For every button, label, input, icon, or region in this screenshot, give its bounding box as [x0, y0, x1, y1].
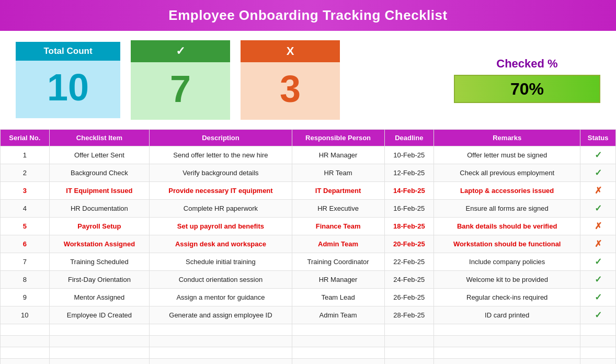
empty-row: [1, 324, 616, 336]
unchecked-count-box: X 3: [241, 40, 340, 120]
table-row: 10Employee ID CreatedGenerate and assign…: [1, 306, 616, 324]
table-row: 3IT Equipment IssuedProvide necessary IT…: [1, 182, 616, 200]
table-row: 7Training ScheduledSchedule initial trai…: [1, 253, 616, 271]
unchecked-count-value: 3: [241, 62, 340, 120]
status-check-icon: ✓: [595, 275, 602, 285]
status-check-icon: ✓: [595, 150, 602, 160]
checklist-table-wrap: Serial No. Checklist Item Description Re…: [0, 129, 616, 364]
status-cross-icon: ✗: [595, 186, 602, 196]
status-cell: ✓: [580, 146, 616, 164]
empty-row: [1, 336, 616, 347]
table-row: 5Payroll SetupSet up payroll and benefit…: [1, 218, 616, 235]
table-header-row: Serial No. Checklist Item Description Re…: [1, 130, 616, 146]
col-serial: Serial No.: [1, 130, 50, 146]
table-row: 2Background CheckVerify background detai…: [1, 164, 616, 182]
status-cell: ✗: [580, 182, 616, 200]
page-title: Employee Onboarding Tracking Checklist: [0, 7, 616, 24]
status-cell: ✗: [580, 235, 616, 253]
checked-pct-label: Checked %: [496, 57, 557, 71]
status-cell: ✓: [580, 306, 616, 324]
cross-icon: X: [241, 40, 340, 62]
col-item: Checklist Item: [49, 130, 150, 146]
status-cell: ✓: [580, 200, 616, 218]
table-row: 9Mentor AssignedAssign a mentor for guid…: [1, 289, 616, 306]
stats-row: Total Count 10 ✓ 7 X 3 Checked % 70%: [0, 31, 616, 129]
status-cell: ✓: [580, 289, 616, 306]
checked-pct-value: 70%: [510, 79, 544, 99]
total-count-label: Total Count: [16, 42, 120, 61]
empty-row: [1, 347, 616, 359]
total-count-box: Total Count 10: [16, 40, 120, 120]
empty-row: [1, 359, 616, 365]
status-cross-icon: ✗: [595, 221, 602, 231]
col-status: Status: [580, 130, 616, 146]
page-header: Employee Onboarding Tracking Checklist: [0, 0, 616, 31]
table-row: 4HR DocumentationComplete HR paperworkHR…: [1, 200, 616, 218]
status-check-icon: ✓: [595, 203, 602, 213]
status-cross-icon: ✗: [595, 239, 602, 249]
status-cell: ✓: [580, 253, 616, 271]
checked-pct-bar: 70%: [454, 75, 600, 103]
status-check-icon: ✓: [595, 292, 602, 302]
table-row: 8First-Day OrientationConduct orientatio…: [1, 271, 616, 289]
checklist-table: Serial No. Checklist Item Description Re…: [0, 129, 616, 364]
checked-count-value: 7: [131, 62, 230, 120]
checked-count-box: ✓ 7: [131, 40, 230, 120]
table-row: 1Offer Letter SentSend offer letter to t…: [1, 146, 616, 164]
status-check-icon: ✓: [595, 310, 602, 320]
status-cell: ✗: [580, 218, 616, 235]
status-cell: ✓: [580, 164, 616, 182]
checked-percentage-box: Checked % 70%: [454, 40, 600, 120]
col-deadline: Deadline: [384, 130, 434, 146]
col-person: Responsible Person: [292, 130, 384, 146]
status-check-icon: ✓: [595, 257, 602, 267]
col-description: Description: [150, 130, 292, 146]
status-check-icon: ✓: [595, 168, 602, 178]
total-count-value: 10: [16, 61, 120, 118]
col-remarks: Remarks: [434, 130, 580, 146]
table-row: 6Workstation AssignedAssign desk and wor…: [1, 235, 616, 253]
check-icon: ✓: [131, 40, 230, 62]
status-cell: ✓: [580, 271, 616, 289]
